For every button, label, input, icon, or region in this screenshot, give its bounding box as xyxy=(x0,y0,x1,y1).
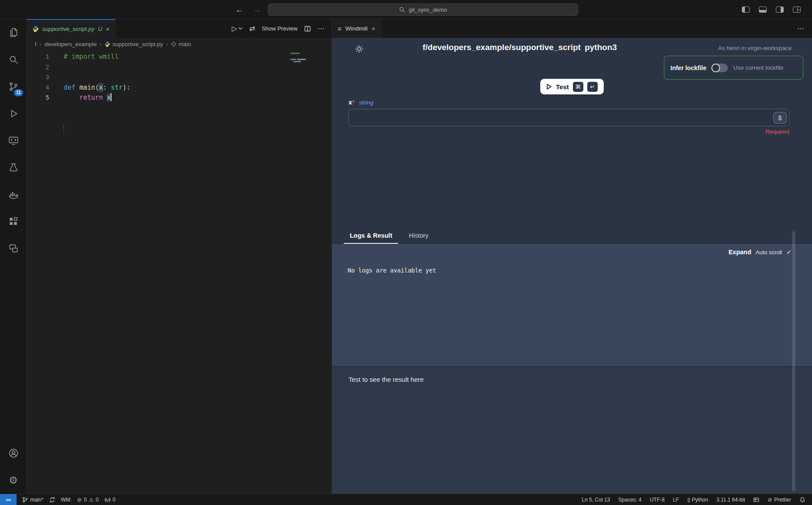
result-placeholder: Test to see the result here xyxy=(348,376,424,383)
variable-picker-button[interactable]: $ xyxy=(773,112,787,124)
activity-testing[interactable] xyxy=(0,154,27,181)
python-icon xyxy=(32,26,39,32)
status-bar: >< main* WM: ⊘0 ⚠0 0 Ln 5, Col 13 Spaces… xyxy=(0,494,812,505)
tab-logs-result[interactable]: Logs & Result xyxy=(344,228,398,243)
minimap-mark xyxy=(290,53,300,54)
script-path-title: f/developers_example/supportive_scriptpy… xyxy=(384,43,655,52)
activity-run-debug[interactable] xyxy=(0,100,27,127)
activity-source-control[interactable]: 11 xyxy=(0,73,27,100)
remote-indicator[interactable]: >< xyxy=(0,494,17,505)
status-language-mode[interactable]: {} Python xyxy=(687,497,708,503)
webview-icon: ≡ xyxy=(338,25,342,32)
activity-search[interactable] xyxy=(0,46,27,73)
tab-filename: supportive_script.py xyxy=(42,26,95,32)
command-center-search[interactable]: git_sync_demo xyxy=(268,3,578,16)
status-indentation[interactable]: Spaces: 4 xyxy=(618,497,641,503)
status-windmill[interactable]: WM: xyxy=(61,497,72,503)
breadcrumb-separator: › xyxy=(100,41,102,47)
test-button[interactable]: Test ⌘ ↵ xyxy=(540,79,604,94)
activity-extensions[interactable] xyxy=(0,208,27,235)
code-editor[interactable]: 1 # import wmill 2 3 4 def main(x: str):… xyxy=(27,52,332,103)
argument-input-wrap: $ xyxy=(348,109,789,126)
cmd-key-icon: ⌘ xyxy=(573,82,583,92)
code-line: 1 # import wmill xyxy=(27,52,332,62)
close-tab-icon[interactable]: × xyxy=(106,25,110,33)
status-branch[interactable]: main* xyxy=(22,497,44,503)
status-sync[interactable] xyxy=(49,497,55,503)
status-cursor-position[interactable]: Ln 5, Col 13 xyxy=(582,497,610,503)
windmill-webview: f/developers_example/supportive_scriptpy… xyxy=(332,38,812,494)
history-forward-icon[interactable]: → xyxy=(253,5,261,14)
status-ports[interactable]: 0 xyxy=(105,497,116,503)
tab-windmill-label: Windmill xyxy=(345,25,368,32)
search-icon xyxy=(399,7,405,13)
required-warning: Required xyxy=(765,128,789,135)
result-tabs: Logs & Result History xyxy=(332,228,812,244)
line-number: 4 xyxy=(27,83,49,93)
required-star: * xyxy=(352,98,355,106)
toggle-panel-icon[interactable] xyxy=(759,7,767,13)
split-editor-icon[interactable] xyxy=(304,25,311,32)
customize-layout-icon[interactable] xyxy=(793,7,801,13)
tab-supportive-script[interactable]: supportive_script.py U × xyxy=(27,19,115,38)
git-status-untracked: U xyxy=(98,26,102,32)
breadcrumb-separator: › xyxy=(166,41,168,47)
expand-logs-button[interactable]: Expand xyxy=(728,249,751,256)
logs-panel: Expand Auto scroll ✓ No logs are availab… xyxy=(332,244,812,366)
status-problems[interactable]: ⊘0 ⚠0 xyxy=(77,497,98,503)
toggle-primary-sidebar-icon[interactable] xyxy=(742,7,750,13)
status-encoding[interactable]: UTF-8 xyxy=(650,497,665,503)
docker-whale-icon xyxy=(8,189,19,200)
result-panel: Test to see the result here xyxy=(332,366,812,494)
toggle-secondary-sidebar-icon[interactable] xyxy=(776,7,784,13)
argument-x-input[interactable] xyxy=(349,109,789,126)
line-number: 1 xyxy=(27,52,49,62)
activity-account[interactable] xyxy=(0,440,27,467)
activity-explorer[interactable] xyxy=(0,19,27,46)
activity-docker[interactable] xyxy=(0,181,27,208)
code-line: 3 xyxy=(27,72,332,83)
breadcrumb-root[interactable]: f xyxy=(35,41,37,47)
theme-toggle-button[interactable] xyxy=(355,44,364,55)
script-path: f/developers_example/supportive_script xyxy=(423,43,581,52)
auto-scroll-toggle[interactable]: Auto scroll xyxy=(756,249,782,256)
infer-lockfile-toggle[interactable] xyxy=(711,64,728,72)
more-actions-icon[interactable]: ⋯ xyxy=(797,19,812,38)
minimap[interactable] xyxy=(288,52,332,156)
notifications-bell[interactable] xyxy=(799,497,805,503)
activity-settings[interactable]: ⚙ xyxy=(0,467,27,494)
status-eol[interactable]: LF xyxy=(673,497,679,503)
logs-controls: Expand Auto scroll ✓ xyxy=(728,249,792,256)
play-icon xyxy=(546,84,552,90)
breadcrumb-symbol-main[interactable]: main xyxy=(171,41,191,47)
activity-live-preview[interactable] xyxy=(0,235,27,262)
webview-scrollbar[interactable] xyxy=(792,231,795,492)
python-icon xyxy=(105,41,110,47)
tab-windmill[interactable]: ≡ Windmill × xyxy=(332,19,382,38)
run-icon: ▷ xyxy=(232,24,237,33)
editor-group-left: supportive_script.py U × ▷ ⇄ Show Previe… xyxy=(27,19,332,494)
status-extension-indicator[interactable] xyxy=(753,497,759,503)
status-python-interpreter[interactable]: 3.11.1 64-bit xyxy=(716,497,745,503)
status-prettier[interactable]: ⊘ Prettier xyxy=(768,497,791,503)
close-tab-icon[interactable]: × xyxy=(372,25,376,32)
tab-history[interactable]: History xyxy=(403,228,434,243)
bell-icon xyxy=(799,497,805,503)
breadcrumb-file[interactable]: supportive_script.py xyxy=(105,41,163,47)
editor-tab-bar: supportive_script.py U × ▷ ⇄ Show Previe… xyxy=(27,19,332,38)
run-python-file-button[interactable]: ▷ xyxy=(232,24,243,33)
open-changes-icon[interactable]: ⇄ xyxy=(249,24,255,33)
line-number: 3 xyxy=(27,72,49,83)
gear-icon: ⚙ xyxy=(9,475,18,486)
breadcrumb-folder[interactable]: developers_example xyxy=(44,41,97,47)
argument-label-row: x* string xyxy=(348,98,373,106)
minimap-mark xyxy=(297,59,306,60)
editor-actions: ▷ ⇄ Show Preview ⋯ xyxy=(232,19,332,38)
history-back-icon[interactable]: ← xyxy=(235,5,243,14)
show-preview-button[interactable]: Show Preview xyxy=(262,25,298,32)
lockfile-options-box: Infer lockfile Use current lockfile xyxy=(664,56,803,80)
more-actions-icon[interactable]: ⋯ xyxy=(318,24,325,33)
minimap-mark xyxy=(290,59,296,60)
activity-remote-explorer[interactable] xyxy=(0,127,27,154)
test-button-label: Test xyxy=(556,83,569,91)
